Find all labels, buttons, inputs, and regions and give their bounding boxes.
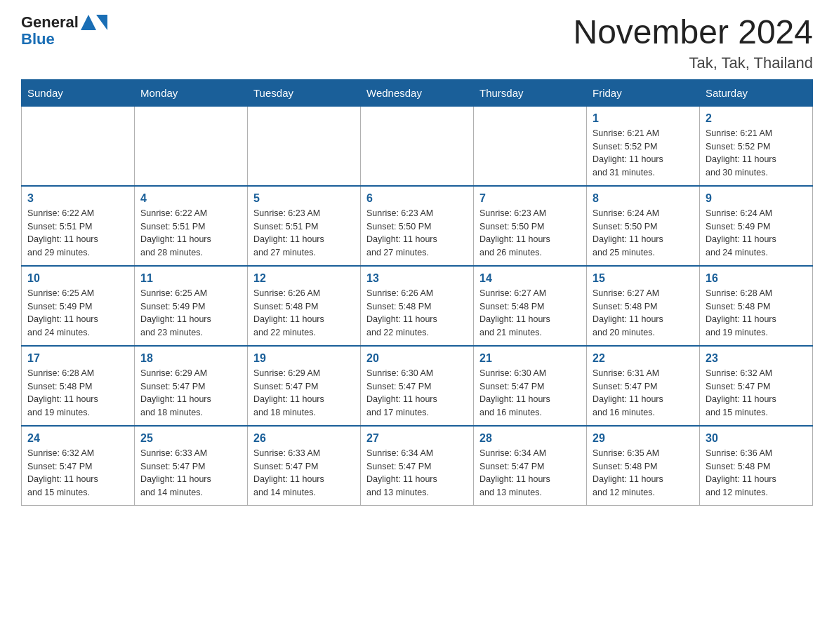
weekday-header-tuesday: Tuesday (248, 79, 361, 106)
month-title: November 2024 (573, 14, 813, 51)
weekday-header-thursday: Thursday (474, 79, 587, 106)
svg-marker-0 (81, 15, 96, 30)
day-info: Sunrise: 6:35 AMSunset: 5:48 PMDaylight:… (593, 447, 694, 499)
calendar-cell: 15Sunrise: 6:27 AMSunset: 5:48 PMDayligh… (587, 266, 700, 346)
day-number: 8 (593, 192, 694, 205)
calendar-cell: 25Sunrise: 6:33 AMSunset: 5:47 PMDayligh… (135, 426, 248, 506)
weekday-header-monday: Monday (135, 79, 248, 106)
weekday-header-row: SundayMondayTuesdayWednesdayThursdayFrid… (22, 79, 813, 106)
calendar-cell: 28Sunrise: 6:34 AMSunset: 5:47 PMDayligh… (474, 426, 587, 506)
calendar-cell: 2Sunrise: 6:21 AMSunset: 5:52 PMDaylight… (700, 106, 813, 186)
day-info: Sunrise: 6:33 AMSunset: 5:47 PMDaylight:… (253, 447, 355, 499)
day-info: Sunrise: 6:22 AMSunset: 5:51 PMDaylight:… (140, 207, 241, 260)
calendar-week-row: 10Sunrise: 6:25 AMSunset: 5:49 PMDayligh… (22, 266, 813, 346)
day-number: 13 (366, 272, 468, 285)
calendar-cell: 18Sunrise: 6:29 AMSunset: 5:47 PMDayligh… (135, 346, 248, 426)
day-number: 28 (479, 432, 581, 445)
day-info: Sunrise: 6:23 AMSunset: 5:50 PMDaylight:… (479, 207, 581, 260)
day-info: Sunrise: 6:33 AMSunset: 5:47 PMDaylight:… (140, 447, 241, 499)
day-info: Sunrise: 6:34 AMSunset: 5:47 PMDaylight:… (366, 447, 468, 499)
calendar-cell: 13Sunrise: 6:26 AMSunset: 5:48 PMDayligh… (361, 266, 474, 346)
calendar-cell: 10Sunrise: 6:25 AMSunset: 5:49 PMDayligh… (22, 266, 135, 346)
calendar-cell: 19Sunrise: 6:29 AMSunset: 5:47 PMDayligh… (248, 346, 361, 426)
day-info: Sunrise: 6:27 AMSunset: 5:48 PMDaylight:… (593, 287, 694, 340)
calendar-cell: 1Sunrise: 6:21 AMSunset: 5:52 PMDaylight… (587, 106, 700, 186)
calendar-cell: 21Sunrise: 6:30 AMSunset: 5:47 PMDayligh… (474, 346, 587, 426)
logo-blue-text: Blue (21, 30, 55, 48)
calendar-cell: 29Sunrise: 6:35 AMSunset: 5:48 PMDayligh… (587, 426, 700, 506)
day-number: 21 (479, 352, 581, 365)
day-info: Sunrise: 6:34 AMSunset: 5:47 PMDaylight:… (479, 447, 581, 499)
calendar-cell: 27Sunrise: 6:34 AMSunset: 5:47 PMDayligh… (361, 426, 474, 506)
day-info: Sunrise: 6:29 AMSunset: 5:47 PMDaylight:… (140, 367, 241, 420)
calendar-cell (22, 106, 135, 186)
calendar-table: SundayMondayTuesdayWednesdayThursdayFrid… (21, 79, 813, 506)
calendar-week-row: 17Sunrise: 6:28 AMSunset: 5:48 PMDayligh… (22, 346, 813, 426)
day-info: Sunrise: 6:26 AMSunset: 5:48 PMDaylight:… (253, 287, 355, 340)
day-number: 5 (253, 192, 355, 205)
day-number: 4 (140, 192, 241, 205)
day-info: Sunrise: 6:25 AMSunset: 5:49 PMDaylight:… (140, 287, 241, 340)
logo-general-text: General (21, 14, 79, 31)
day-number: 25 (140, 432, 241, 445)
calendar-cell: 14Sunrise: 6:27 AMSunset: 5:48 PMDayligh… (474, 266, 587, 346)
day-number: 19 (253, 352, 355, 365)
day-info: Sunrise: 6:23 AMSunset: 5:50 PMDaylight:… (366, 207, 468, 260)
calendar-cell: 26Sunrise: 6:33 AMSunset: 5:47 PMDayligh… (248, 426, 361, 506)
calendar-week-row: 1Sunrise: 6:21 AMSunset: 5:52 PMDaylight… (22, 106, 813, 186)
day-info: Sunrise: 6:32 AMSunset: 5:47 PMDaylight:… (706, 367, 807, 420)
day-number: 1 (593, 112, 694, 125)
day-info: Sunrise: 6:26 AMSunset: 5:48 PMDaylight:… (366, 287, 468, 340)
day-info: Sunrise: 6:27 AMSunset: 5:48 PMDaylight:… (479, 287, 581, 340)
day-number: 12 (253, 272, 355, 285)
day-info: Sunrise: 6:22 AMSunset: 5:51 PMDaylight:… (27, 207, 128, 260)
calendar-cell (474, 106, 587, 186)
day-info: Sunrise: 6:24 AMSunset: 5:50 PMDaylight:… (593, 207, 694, 260)
day-number: 26 (253, 432, 355, 445)
logo-arrow2-icon (96, 15, 107, 30)
calendar-week-row: 3Sunrise: 6:22 AMSunset: 5:51 PMDaylight… (22, 186, 813, 266)
day-number: 9 (706, 192, 807, 205)
calendar-cell (135, 106, 248, 186)
weekday-header-wednesday: Wednesday (361, 79, 474, 106)
calendar-week-row: 24Sunrise: 6:32 AMSunset: 5:47 PMDayligh… (22, 426, 813, 506)
calendar-cell: 5Sunrise: 6:23 AMSunset: 5:51 PMDaylight… (248, 186, 361, 266)
day-number: 3 (27, 192, 128, 205)
calendar-cell: 16Sunrise: 6:28 AMSunset: 5:48 PMDayligh… (700, 266, 813, 346)
day-info: Sunrise: 6:36 AMSunset: 5:48 PMDaylight:… (706, 447, 807, 499)
day-number: 11 (140, 272, 241, 285)
weekday-header-friday: Friday (587, 79, 700, 106)
day-number: 27 (366, 432, 468, 445)
day-number: 17 (27, 352, 128, 365)
calendar-cell: 23Sunrise: 6:32 AMSunset: 5:47 PMDayligh… (700, 346, 813, 426)
day-info: Sunrise: 6:30 AMSunset: 5:47 PMDaylight:… (366, 367, 468, 420)
weekday-header-saturday: Saturday (700, 79, 813, 106)
calendar-cell (248, 106, 361, 186)
day-number: 14 (479, 272, 581, 285)
day-info: Sunrise: 6:21 AMSunset: 5:52 PMDaylight:… (706, 127, 807, 180)
day-info: Sunrise: 6:29 AMSunset: 5:47 PMDaylight:… (253, 367, 355, 420)
day-info: Sunrise: 6:32 AMSunset: 5:47 PMDaylight:… (27, 447, 128, 499)
weekday-header-sunday: Sunday (22, 79, 135, 106)
day-info: Sunrise: 6:30 AMSunset: 5:47 PMDaylight:… (479, 367, 581, 420)
calendar-cell: 4Sunrise: 6:22 AMSunset: 5:51 PMDaylight… (135, 186, 248, 266)
calendar-cell: 6Sunrise: 6:23 AMSunset: 5:50 PMDaylight… (361, 186, 474, 266)
calendar-cell (361, 106, 474, 186)
day-number: 6 (366, 192, 468, 205)
calendar-cell: 22Sunrise: 6:31 AMSunset: 5:47 PMDayligh… (587, 346, 700, 426)
calendar-cell: 3Sunrise: 6:22 AMSunset: 5:51 PMDaylight… (22, 186, 135, 266)
day-info: Sunrise: 6:31 AMSunset: 5:47 PMDaylight:… (593, 367, 694, 420)
logo: General Blue (21, 14, 107, 48)
day-number: 18 (140, 352, 241, 365)
day-info: Sunrise: 6:25 AMSunset: 5:49 PMDaylight:… (27, 287, 128, 340)
title-area: November 2024 Tak, Tak, Thailand (573, 14, 813, 72)
day-info: Sunrise: 6:28 AMSunset: 5:48 PMDaylight:… (27, 367, 128, 420)
calendar-cell: 9Sunrise: 6:24 AMSunset: 5:49 PMDaylight… (700, 186, 813, 266)
day-number: 16 (706, 272, 807, 285)
day-info: Sunrise: 6:23 AMSunset: 5:51 PMDaylight:… (253, 207, 355, 260)
day-number: 7 (479, 192, 581, 205)
day-info: Sunrise: 6:24 AMSunset: 5:49 PMDaylight:… (706, 207, 807, 260)
day-info: Sunrise: 6:28 AMSunset: 5:48 PMDaylight:… (706, 287, 807, 340)
day-number: 29 (593, 432, 694, 445)
day-number: 20 (366, 352, 468, 365)
